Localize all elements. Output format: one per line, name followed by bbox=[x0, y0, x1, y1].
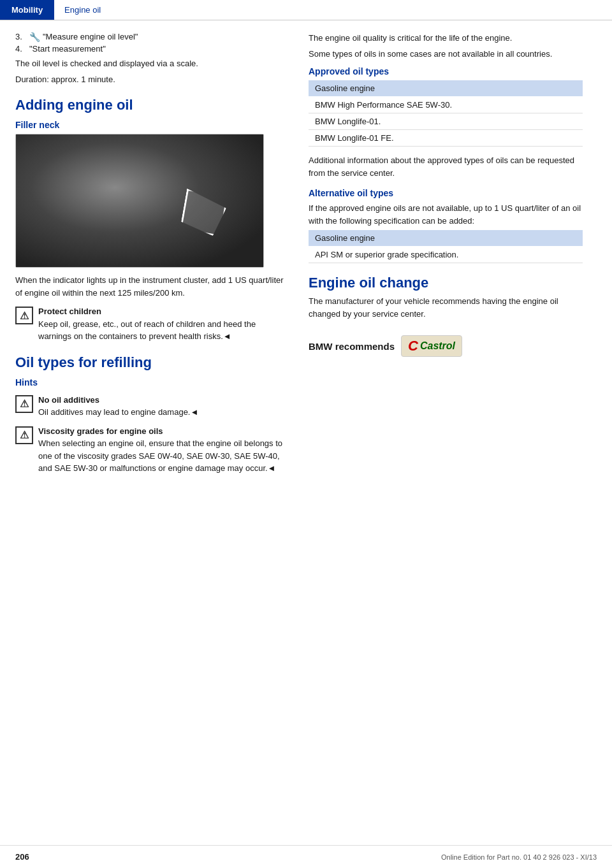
intro-para-1: The engine oil quality is critical for t… bbox=[309, 32, 583, 45]
page-header: Mobility Engine oil bbox=[0, 0, 612, 20]
bmw-recommends-label: BMW recommends bbox=[309, 341, 395, 352]
engine-image: ⛽ bbox=[15, 134, 264, 268]
page-footer: 206 Online Edition for Part no. 01 40 2 … bbox=[0, 845, 612, 868]
oil-level-icon: 🔧 bbox=[29, 32, 40, 42]
step-4-text: "Start measurement" bbox=[29, 44, 106, 54]
approved-oil-3: BMW Longlife-01 FE. bbox=[309, 130, 583, 147]
alt-oils-table: Gasoline engine API SM or superior grade… bbox=[309, 230, 583, 263]
step-3-text: "Measure engine oil level" bbox=[43, 32, 138, 41]
warning-text-3: Viscosity grades for engine oils When se… bbox=[38, 425, 289, 475]
bmw-recommends: BMW recommends C Castrol bbox=[309, 335, 583, 357]
alternative-heading: Alternative oil types bbox=[309, 188, 583, 198]
additional-para: Additional information about the approve… bbox=[309, 154, 583, 179]
warning-title-1: Protect children bbox=[38, 307, 101, 316]
approved-oils-table: Gasoline engine BMW High Performance SAE… bbox=[309, 80, 583, 147]
mobility-label: Mobility bbox=[11, 5, 43, 15]
approved-oil-2: BMW Longlife-01. bbox=[309, 113, 583, 130]
step-4-num: 4. bbox=[15, 44, 29, 54]
castrol-text: Castrol bbox=[420, 340, 455, 352]
header-section-label: Engine oil bbox=[54, 5, 111, 15]
alt-oil-1: API SM or superior grade specification. bbox=[309, 247, 583, 263]
svg-marker-6 bbox=[188, 182, 220, 214]
warning-title-3: Viscosity grades for engine oils bbox=[38, 426, 163, 436]
step-3: 3. 🔧 "Measure engine oil level" bbox=[15, 32, 289, 42]
svg-rect-10 bbox=[51, 217, 89, 236]
oil-types-heading: Oil types for refilling bbox=[15, 354, 289, 371]
adding-heading: Adding engine oil bbox=[15, 97, 289, 113]
page-number: 206 bbox=[15, 852, 29, 862]
hints-heading: Hints bbox=[15, 377, 289, 387]
castrol-logo: C Castrol bbox=[401, 335, 462, 357]
svg-point-2 bbox=[67, 154, 169, 243]
engine-oil-change-heading: Engine oil change bbox=[309, 275, 583, 291]
main-content: 3. 🔧 "Measure engine oil level" 4. "Star… bbox=[0, 20, 612, 519]
steps-list: 3. 🔧 "Measure engine oil level" 4. "Star… bbox=[15, 32, 289, 54]
alternative-section: Alternative oil types If the approved en… bbox=[309, 188, 583, 263]
alt-gasoline-header: Gasoline engine bbox=[309, 230, 583, 246]
svg-line-8 bbox=[48, 173, 80, 185]
svg-text:⛽: ⛽ bbox=[115, 184, 137, 205]
approved-heading: Approved oil types bbox=[309, 66, 583, 76]
warning-viscosity: ⚠ Viscosity grades for engine oils When … bbox=[15, 425, 289, 475]
left-column: 3. 🔧 "Measure engine oil level" 4. "Star… bbox=[15, 32, 289, 481]
engine-oil-change-para: The manufacturer of your vehicle recomme… bbox=[309, 295, 583, 320]
intro-para-2: Some types of oils in some cases are not… bbox=[309, 48, 583, 61]
castrol-c-icon: C bbox=[408, 338, 418, 354]
oil-level-para: The oil level is checked and displayed v… bbox=[15, 57, 289, 70]
warning-no-additives: ⚠ No oil additives Oil additives may lea… bbox=[15, 394, 289, 419]
svg-point-3 bbox=[96, 166, 153, 224]
svg-line-9 bbox=[48, 217, 80, 230]
filler-neck-heading: Filler neck bbox=[15, 120, 289, 130]
right-column: The engine oil quality is critical for t… bbox=[309, 32, 583, 481]
step-4: 4. "Start measurement" bbox=[15, 44, 289, 54]
approved-oil-1: BMW High Performance SAE 5W-30. bbox=[309, 97, 583, 113]
warning-text-2: No oil additives Oil additives may lead … bbox=[38, 394, 198, 419]
warning-icon-2: ⚠ bbox=[15, 395, 33, 413]
warning-body-2: Oil additives may lead to engine damage.… bbox=[38, 407, 198, 417]
engine-svg: ⛽ bbox=[16, 134, 264, 268]
svg-point-4 bbox=[102, 173, 147, 217]
indicator-para: When the indicator lights up in the inst… bbox=[15, 274, 289, 299]
header-mobility-tab[interactable]: Mobility bbox=[0, 0, 54, 20]
step-3-num: 3. bbox=[15, 32, 29, 41]
warning-body-1: Keep oil, grease, etc., out of reach of … bbox=[38, 319, 256, 342]
svg-point-1 bbox=[48, 144, 201, 259]
warning-protect-children: ⚠ Protect children Keep oil, grease, etc… bbox=[15, 305, 289, 343]
footer-text: Online Edition for Part no. 01 40 2 926 … bbox=[441, 853, 597, 861]
duration-para: Duration: approx. 1 minute. bbox=[15, 73, 289, 86]
svg-marker-7 bbox=[175, 182, 188, 208]
warning-icon-1: ⚠ bbox=[15, 307, 33, 324]
gasoline-header: Gasoline engine bbox=[309, 80, 583, 96]
alternative-para: If the approved engine oils are not avai… bbox=[309, 202, 583, 227]
warning-icon-3: ⚠ bbox=[15, 426, 33, 444]
svg-rect-0 bbox=[16, 134, 264, 268]
warning-text-1: Protect children Keep oil, grease, etc.,… bbox=[38, 305, 289, 343]
warning-body-3: When selecting an engine oil, ensure tha… bbox=[38, 438, 282, 473]
warning-title-2: No oil additives bbox=[38, 395, 99, 405]
